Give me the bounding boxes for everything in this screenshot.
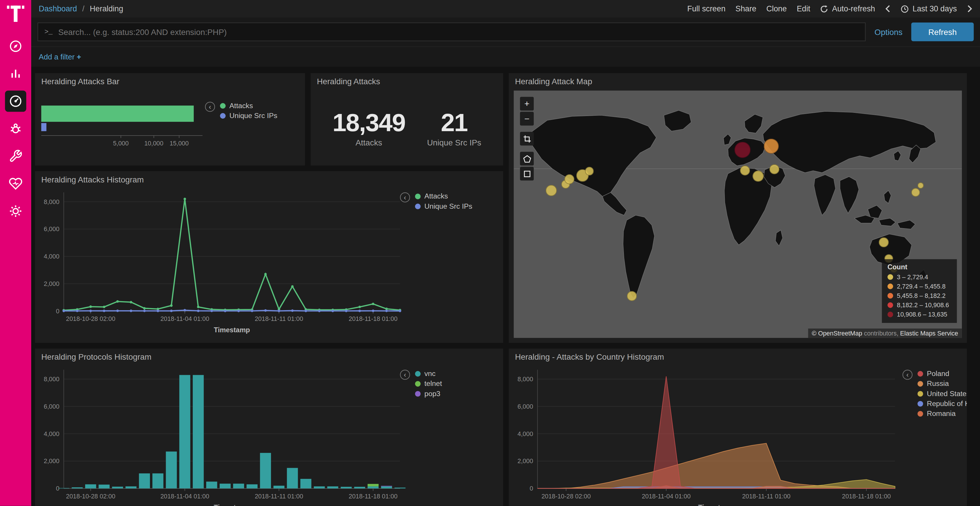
svg-text:Timestamp: Timestamp: [214, 504, 250, 506]
legend-color-dot: [415, 203, 421, 209]
elastic-maps-link[interactable]: Elastic Maps Service: [900, 330, 958, 337]
svg-text:0: 0: [530, 485, 533, 492]
attack-map-marker[interactable]: [753, 170, 764, 182]
refresh-button[interactable]: Refresh: [911, 22, 974, 41]
svg-text:0: 0: [56, 308, 59, 315]
legend-item[interactable]: Unique Src IPs: [415, 202, 473, 210]
auto-refresh-button[interactable]: Auto-refresh: [820, 5, 875, 13]
legend-item[interactable]: pop3: [415, 390, 442, 397]
legend-color-dot: [220, 113, 226, 118]
attacks-line-chart: 02,0004,0006,0008,0002018-10-28 02:00201…: [35, 187, 503, 337]
svg-text:4,000: 4,000: [517, 430, 533, 438]
map-attribution: © OpenStreetMap contributors, Elastic Ma…: [808, 328, 962, 338]
clone-button[interactable]: Clone: [766, 5, 787, 13]
attack-map-marker[interactable]: [565, 174, 574, 184]
map-control-group: [520, 132, 534, 146]
breadcrumb-dashboard-link[interactable]: Dashboard: [39, 5, 77, 13]
attack-map-marker[interactable]: [734, 142, 751, 158]
sidebar-item-dashboards-active[interactable]: [5, 90, 26, 112]
edit-button[interactable]: Edit: [797, 5, 810, 13]
sidebar-item-attacks[interactable]: [5, 118, 26, 139]
legend-toggle-icon[interactable]: ‹: [205, 102, 215, 112]
legend-toggle-icon[interactable]: ‹: [902, 370, 912, 380]
legend-toggle-icon[interactable]: ‹: [400, 192, 410, 202]
sidebar-nav: [5, 36, 26, 222]
legend-item[interactable]: United States: [918, 390, 967, 397]
panel-title[interactable]: Heralding Protocols Histogram: [35, 349, 503, 365]
attack-map-marker[interactable]: [627, 291, 636, 301]
draw-polygon-button[interactable]: [520, 152, 534, 165]
zoom-in-button[interactable]: +: [520, 97, 534, 111]
panel-title[interactable]: Heralding Attack Map: [509, 73, 967, 90]
gauge-icon: [9, 94, 22, 108]
full-screen-button[interactable]: Full screen: [687, 5, 725, 13]
legend-toggle-icon[interactable]: ‹: [400, 370, 410, 380]
legend-item[interactable]: Russia: [918, 380, 967, 387]
panel-title[interactable]: Heralding - Attacks by Country Histogram: [509, 349, 967, 365]
attack-map-marker[interactable]: [764, 139, 778, 154]
heart-pulse-icon: [9, 177, 22, 190]
add-filter-button[interactable]: Add a filter +: [39, 52, 81, 61]
gear-icon: [9, 204, 22, 218]
map-controls: +−: [520, 97, 534, 181]
legend-color-dot: [415, 390, 421, 396]
world-map[interactable]: +− Count 3 – 2,729.42,729.4 – 5,455.85,4…: [514, 90, 962, 338]
options-link[interactable]: Options: [874, 27, 902, 36]
legend-label: United States: [927, 390, 967, 397]
legend-items: PolandRussiaUnited StatesRepublic of Kor…: [918, 370, 967, 417]
draw-rectangle-button[interactable]: [520, 167, 534, 181]
search-input[interactable]: [58, 27, 859, 36]
legend-item[interactable]: Republic of Korea: [918, 400, 967, 407]
attack-map-marker[interactable]: [912, 188, 920, 197]
openstreetmap-link[interactable]: © OpenStreetMap: [812, 330, 862, 337]
legend-item[interactable]: Attacks: [220, 102, 277, 109]
legend-items: AttacksUnique Src IPs: [415, 192, 473, 210]
panel-title[interactable]: Heralding Attacks Bar: [35, 73, 305, 90]
legend-label: telnet: [425, 380, 442, 387]
svg-text:Timestamp: Timestamp: [698, 504, 734, 506]
clock-icon: [900, 5, 909, 13]
fit-bounds-button[interactable]: [520, 132, 534, 146]
chart-legend: ‹PolandRussiaUnited StatesRepublic of Ko…: [902, 370, 967, 417]
attack-map-marker[interactable]: [769, 164, 779, 174]
sidebar-item-tools[interactable]: [5, 146, 26, 167]
map-legend-row: 3 – 2,729.4: [888, 272, 951, 282]
filter-bar: Add a filter +: [31, 46, 980, 67]
legend-item[interactable]: vnc: [415, 370, 442, 378]
sidebar: [0, 0, 31, 506]
metric-label: Attacks: [332, 138, 405, 148]
wrench-icon: [9, 149, 22, 163]
panel-title[interactable]: Heralding Attacks Histogram: [35, 171, 503, 188]
attack-map-marker[interactable]: [918, 182, 924, 188]
panel-title[interactable]: Heralding Attacks: [310, 73, 503, 90]
breadcrumb-current: Heralding: [90, 5, 123, 13]
sidebar-item-discover[interactable]: [5, 36, 26, 57]
top-nav-bar: Dashboard / Heralding Full screen Share …: [31, 0, 980, 17]
sidebar-item-visualize[interactable]: [5, 63, 26, 84]
time-back-button[interactable]: [885, 5, 891, 13]
legend-item[interactable]: Unique Src IPs: [220, 112, 277, 119]
chart-legend: ‹AttacksUnique Src IPs: [400, 192, 472, 210]
sidebar-item-health[interactable]: [5, 173, 26, 194]
share-button[interactable]: Share: [736, 5, 756, 13]
sidebar-item-settings[interactable]: [5, 200, 26, 222]
map-count-legend: Count 3 – 2,729.42,729.4 – 5,455.85,455.…: [882, 259, 957, 323]
legend-items: AttacksUnique Src IPs: [220, 102, 277, 119]
map-control-group: [520, 152, 534, 181]
attack-map-marker[interactable]: [546, 185, 557, 196]
chevron-right-icon: [967, 5, 972, 13]
attack-map-marker[interactable]: [585, 167, 594, 175]
legend-item[interactable]: telnet: [415, 380, 442, 387]
attack-map-marker[interactable]: [740, 165, 750, 175]
metric-group: 18,349 Attacks 21 Unique Src IPs: [310, 90, 503, 148]
legend-item[interactable]: Romania: [918, 410, 967, 417]
attack-map-marker[interactable]: [879, 238, 889, 247]
legend-item[interactable]: Attacks: [415, 192, 473, 200]
svg-text:10,000: 10,000: [145, 140, 164, 147]
time-range-button[interactable]: Last 30 days: [900, 5, 957, 13]
time-range-label: Last 30 days: [913, 5, 957, 13]
zoom-out-button[interactable]: −: [520, 112, 534, 125]
legend-item[interactable]: Poland: [918, 370, 967, 378]
telekom-logo[interactable]: [7, 5, 24, 23]
time-forward-button[interactable]: [967, 5, 972, 13]
